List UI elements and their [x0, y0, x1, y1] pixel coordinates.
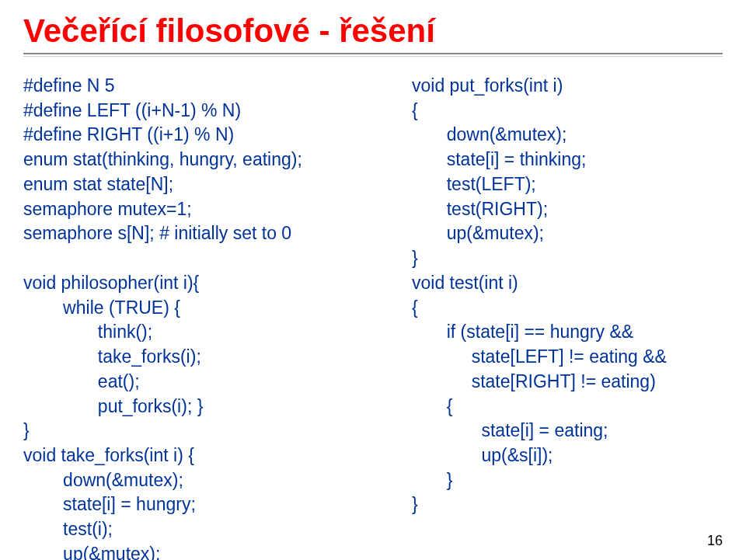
title-underline: [23, 53, 723, 57]
content-area: #define N 5 #define LEFT ((i+N-1) % N) #…: [23, 74, 723, 560]
page-number: 16: [707, 533, 723, 549]
slide-container: Večeřící filosofové - řešení #define N 5…: [0, 0, 746, 560]
left-code-block: #define N 5 #define LEFT ((i+N-1) % N) #…: [23, 74, 389, 560]
slide-title: Večeřící filosofové - řešení: [23, 12, 723, 50]
right-code-block: void put_forks(int i) { down(&mutex); st…: [412, 74, 723, 560]
